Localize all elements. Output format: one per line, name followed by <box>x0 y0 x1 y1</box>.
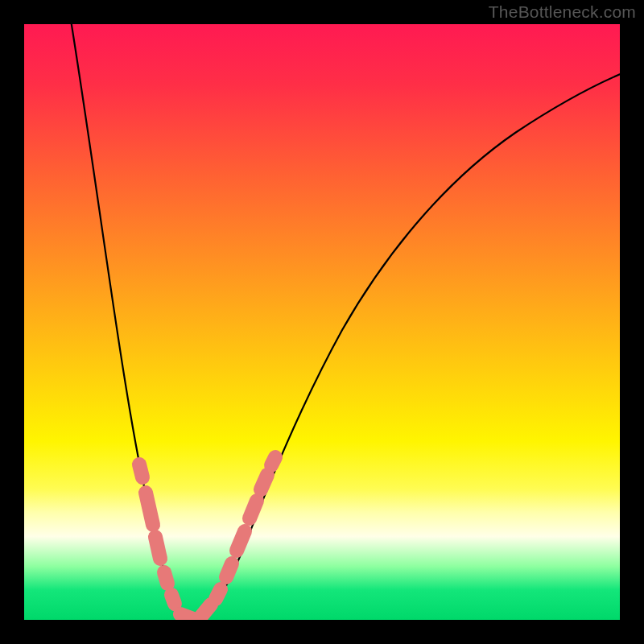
chart-svg <box>24 24 620 620</box>
chart-frame <box>24 24 620 620</box>
watermark-text: TheBottleneck.com <box>489 2 636 22</box>
gradient-background <box>24 24 620 620</box>
